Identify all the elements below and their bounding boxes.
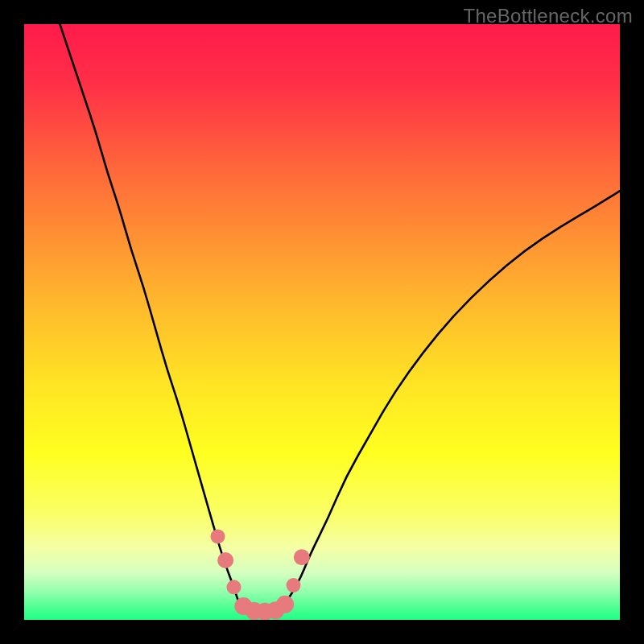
dip-dot: [286, 578, 300, 592]
dip-dot: [226, 580, 241, 594]
chart-frame: TheBottleneck.com: [0, 0, 644, 644]
dip-dot: [217, 552, 233, 568]
dip-dot: [276, 596, 294, 613]
dip-dot: [211, 529, 225, 543]
chart-plot-area: [24, 24, 620, 620]
chart-svg: [24, 24, 620, 620]
dip-dot: [294, 549, 310, 565]
